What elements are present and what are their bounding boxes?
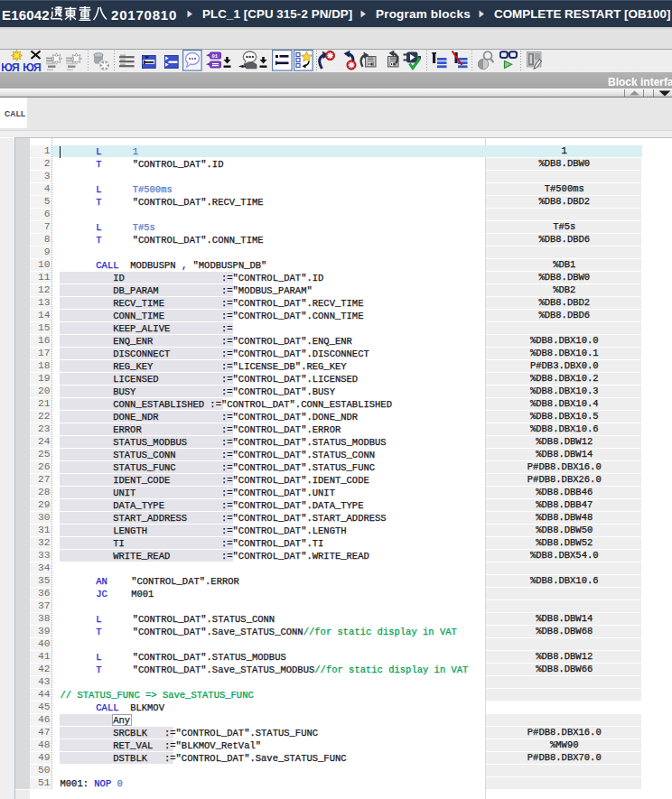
svg-text:ЮЯ: ЮЯ xyxy=(2,61,20,71)
svg-text:ЮЯ: ЮЯ xyxy=(23,61,42,71)
svg-text:01: 01 xyxy=(212,53,219,60)
